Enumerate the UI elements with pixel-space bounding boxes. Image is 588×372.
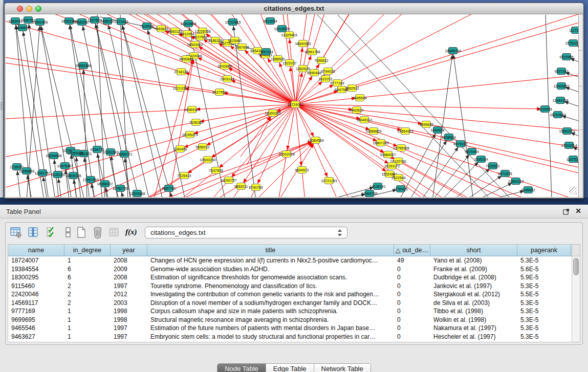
tab-network-table[interactable]: Network Table <box>314 364 371 372</box>
network-window-titlebar[interactable]: citations_edges.txt <box>5 3 583 14</box>
graph-node-label: 9856972 <box>195 145 209 149</box>
column-header-in_degree[interactable]: in_degree <box>64 245 111 256</box>
column-header-year[interactable]: year <box>111 245 147 256</box>
delete-column-icon[interactable] <box>92 226 104 238</box>
network-table-select[interactable]: citations_edges.txt <box>145 227 347 238</box>
cell-title: Genome-wide association studies in ADHD. <box>147 265 394 274</box>
column-header-title[interactable]: title <box>147 245 394 256</box>
float-panel-icon[interactable] <box>563 208 570 215</box>
cell-pagerank: 5.3E-5 <box>517 299 571 308</box>
column-header-pagerank[interactable]: pagerank <box>517 245 571 256</box>
cell-pagerank: 5.6E-5 <box>517 265 571 274</box>
table-row[interactable]: 1456911722003Disruption of a novel membe… <box>8 299 572 308</box>
cell-title: Investigating the contribution of common… <box>147 290 394 299</box>
graph-node-label: 18300295 <box>265 112 280 115</box>
graph-node-label: 14136141 <box>369 185 385 188</box>
table-row[interactable]: 946554611997Estimation of the future num… <box>8 324 572 333</box>
table-row[interactable]: 2242004622012Investigating the contribut… <box>8 290 572 299</box>
cell-out_de: 0 <box>394 333 430 341</box>
graph-node-label: 1863041 <box>8 19 22 23</box>
cell-name: 14569117 <box>8 299 64 308</box>
graph-node-label: 20053346 <box>75 64 91 68</box>
cell-pagerank: 5.3E-5 <box>517 256 571 265</box>
select-all-columns-icon[interactable] <box>46 226 58 238</box>
graph-node-label: 9329966 <box>559 55 573 59</box>
graph-node-label: 12242757 <box>221 179 236 182</box>
graph-node-label: 1733426 <box>394 187 407 191</box>
cell-in_degree: 6 <box>64 265 111 274</box>
graph-node-label: 9890846 <box>179 57 193 61</box>
cell-out_de: 0 <box>394 324 430 333</box>
graph-node-label: 8938924 <box>442 136 455 139</box>
scrollbar-thumb[interactable] <box>573 258 579 275</box>
new-column-icon[interactable] <box>75 226 88 238</box>
graph-node-label: 9127508 <box>193 35 207 39</box>
table-row[interactable]: 911546021997Tourette syndrome. Phenomeno… <box>8 282 572 291</box>
table-row[interactable]: 1830029562008Estimation of significance … <box>8 273 572 282</box>
table-row[interactable]: 969969511998Structural magnetic resonanc… <box>8 316 572 324</box>
tab-node-table[interactable]: Node Table <box>217 364 266 372</box>
graph-node-label: 16046112 <box>357 118 373 122</box>
table-row[interactable]: 1872400712008Changes of HCN gene express… <box>8 256 572 265</box>
cell-in_degree: 1 <box>64 316 111 324</box>
graph-node-label: 10965795 <box>361 192 377 195</box>
graph-node-label: 9474444 <box>465 150 478 154</box>
graph-node-label: 9777169 <box>330 81 344 85</box>
column-header-short[interactable]: short <box>430 245 517 256</box>
graph-node-label: 7615526 <box>140 25 154 28</box>
attribute-table: namein_degreeyeartitle△ out_de…shortpage… <box>8 244 580 342</box>
window-resize-grip[interactable] <box>569 187 577 194</box>
unselect-columns-icon[interactable] <box>62 226 74 238</box>
graph-node-label: 1527602 <box>88 18 101 22</box>
network-window[interactable]: citations_edges.txt 18724007133254191864… <box>4 3 584 199</box>
cell-title: Embryonic stem cells: a model to study s… <box>147 333 394 341</box>
graph-node-label: 6466160 <box>100 19 114 23</box>
table-panel: ▴ Table Panel ✕ <box>0 205 588 372</box>
graph-node-label: 8471676 <box>498 172 512 176</box>
cell-short: Franke et al. (2009) <box>430 265 517 274</box>
cell-in_degree: 2 <box>64 299 111 308</box>
graph-node-label: 17957253 <box>82 178 98 182</box>
graph-node-label: 10721293 <box>321 179 337 183</box>
canvas-right-scroll-strip[interactable] <box>578 14 582 197</box>
collapsed-panel-strip[interactable] <box>0 0 4 199</box>
column-header-name[interactable]: name <box>8 245 64 256</box>
graph-node-label: 2967608 <box>235 46 249 49</box>
close-panel-icon[interactable]: ✕ <box>575 207 581 215</box>
graph-node-label: 1235051 <box>10 165 24 169</box>
table-row[interactable]: 1938455462009Genome-wide association stu… <box>8 265 572 274</box>
cell-title: Estimation of significance thresholds fo… <box>147 273 394 282</box>
graph-node-label: 16782759 <box>112 187 128 190</box>
function-builder-icon[interactable]: f(x) <box>125 228 138 240</box>
citation-network-graph[interactable]: 1872400713325419186409101696175879558121… <box>6 14 582 197</box>
graph-node-label: 1322037 <box>282 61 296 65</box>
delete-table-icon-disabled <box>108 226 120 238</box>
graph-node-label: 20206536 <box>46 154 61 158</box>
cell-title: Disruption of a novel member of a sodium… <box>147 299 394 308</box>
tab-edge-table[interactable]: Edge Table <box>266 364 314 372</box>
graph-node-label: 12213363 <box>172 86 188 90</box>
show-columns-icon[interactable] <box>27 226 39 238</box>
cell-name: 9777169 <box>8 307 64 316</box>
cell-pagerank: 5.3E-5 <box>517 333 571 341</box>
cell-name: 22420046 <box>8 290 64 299</box>
cell-in_degree: 2 <box>64 290 111 299</box>
graph-node-label: 16961758 <box>304 50 320 54</box>
table-vertical-scrollbar[interactable] <box>572 245 580 342</box>
cell-title: Changes of HCN gene expression and I(f) … <box>147 256 394 265</box>
table-mode-settings-icon[interactable] <box>10 226 22 238</box>
graph-node-label: 2903144 <box>220 77 234 81</box>
graph-node-label: 16210643 <box>550 113 565 117</box>
table-row[interactable]: 977716911998Corpus callosum shape and si… <box>8 307 572 316</box>
graph-node-label: 15692971 <box>559 129 575 133</box>
cell-pagerank: 5.5E-5 <box>517 290 571 299</box>
cell-name: 9115460 <box>8 282 64 291</box>
graph-node-label: 9857791 <box>162 187 176 190</box>
network-view-canvas[interactable]: 1872400713325419186409101696175879558121… <box>6 14 582 197</box>
table-row[interactable]: 946362711997Embryonic stem cells: a mode… <box>8 333 572 341</box>
graph-node-label: 9463627 <box>350 108 363 112</box>
column-header-out_de[interactable]: △ out_de… <box>394 245 430 256</box>
graph-node-label: 20002078 <box>278 152 294 156</box>
cell-short: Hescheler et al. (1997) <box>430 333 517 341</box>
graph-node-label: 19218506 <box>274 27 290 31</box>
